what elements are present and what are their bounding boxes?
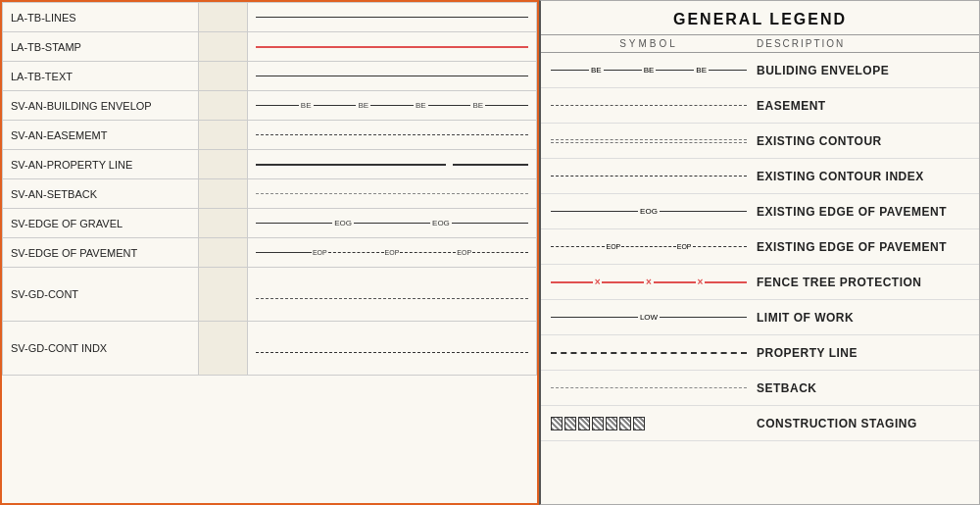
legend-description: FENCE TREE PROTECTION (757, 276, 979, 289)
legend-row: PROPERTY LINE (541, 335, 979, 371)
legend-description: EXISTING EDGE OF PAVEMENT (757, 205, 979, 219)
legend-row: LOW LIMIT OF WORK (541, 300, 979, 335)
legend-row: EOP EOP EXISTING EDGE OF PAVEMENT (541, 229, 979, 265)
legend-header: SYMBOL DESCRIPTION (541, 35, 979, 53)
layer-color (199, 91, 248, 121)
legend-symbol: × × × (541, 277, 757, 287)
layer-name: SV-GD-CONT (3, 268, 199, 322)
legend-row: EASEMENT (541, 88, 979, 124)
legend-row: SETBACK (541, 371, 979, 406)
legend-description: EXISTING EDGE OF PAVEMENT (757, 240, 979, 254)
table-row: SV-GD-CONT INDX (3, 322, 537, 376)
layer-line-style: EOP EOP EOP (248, 238, 537, 268)
legend-symbol (541, 417, 757, 430)
legend-description: LIMIT OF WORK (757, 311, 979, 325)
table-row: SV-EDGE OF PAVEMENT EOP EOP EOP (3, 238, 537, 268)
layer-line-style (248, 150, 537, 179)
table-row: SV-AN-SETBACK (3, 179, 537, 209)
table-row: LA-TB-LINES (3, 3, 537, 32)
legend-symbol (541, 352, 757, 354)
legend-panel: GENERAL LEGEND SYMBOL DESCRIPTION BE BE … (539, 0, 980, 505)
table-row: SV-AN-PROPERTY LINE (3, 150, 537, 179)
legend-description: EASEMENT (757, 99, 979, 113)
layer-color (199, 322, 248, 376)
legend-row: BE BE BE BULIDING ENVELOPE (541, 53, 979, 88)
layer-line-style (248, 179, 537, 209)
table-row: LA-TB-TEXT (3, 62, 537, 91)
layer-color (199, 32, 248, 62)
layer-line-style (248, 32, 537, 62)
layer-line-style (248, 62, 537, 91)
layer-name: SV-EDGE OF GRAVEL (3, 209, 199, 238)
layer-name: SV-GD-CONT INDX (3, 322, 199, 376)
left-panel: LA-TB-LINESLA-TB-STAMPLA-TB-TEXTSV-AN-BU… (0, 0, 539, 505)
table-row: SV-GD-CONT (3, 268, 537, 322)
legend-symbol: EOG (541, 207, 757, 216)
legend-description: EXISTING CONTOUR (757, 134, 979, 148)
legend-description: EXISTING CONTOUR INDEX (757, 170, 979, 183)
layer-name: SV-AN-PROPERTY LINE (3, 150, 199, 179)
legend-row: × × × FENCE TREE PROTECTION (541, 265, 979, 300)
table-row: SV-AN-EASEMEMT (3, 121, 537, 150)
layer-color (199, 121, 248, 150)
legend-symbol: LOW (541, 313, 757, 322)
legend-symbol: BE BE BE (541, 66, 757, 75)
layer-color (199, 209, 248, 238)
layer-name: SV-AN-BUILDING ENVELOP (3, 91, 199, 121)
layer-color (199, 150, 248, 179)
table-row: SV-EDGE OF GRAVEL EOG EOG (3, 209, 537, 238)
layer-color (199, 238, 248, 268)
legend-row: CONSTRUCTION STAGING (541, 406, 979, 441)
layer-name: LA-TB-TEXT (3, 62, 199, 91)
legend-description: BULIDING ENVELOPE (757, 64, 979, 77)
legend-description: CONSTRUCTION STAGING (757, 417, 979, 430)
layer-color (199, 268, 248, 322)
legend-description: PROPERTY LINE (757, 346, 979, 360)
table-row: LA-TB-STAMP (3, 32, 537, 62)
layer-line-style (248, 322, 537, 376)
legend-row: EXISTING CONTOUR (541, 124, 979, 159)
layer-name: SV-AN-EASEMEMT (3, 121, 199, 150)
layer-color (199, 179, 248, 209)
legend-symbol (541, 105, 757, 106)
legend-symbol (541, 139, 757, 143)
legend-description: SETBACK (757, 381, 979, 395)
legend-title: GENERAL LEGEND (541, 1, 979, 35)
layer-name: SV-AN-SETBACK (3, 179, 199, 209)
layer-name: LA-TB-STAMP (3, 32, 199, 62)
legend-row: EOG EXISTING EDGE OF PAVEMENT (541, 194, 979, 229)
layer-color (199, 3, 248, 32)
legend-symbol (541, 387, 757, 388)
layer-line-style: EOG EOG (248, 209, 537, 238)
layer-line-style: BE BE BE BE (248, 91, 537, 121)
layer-line-style (248, 121, 537, 150)
legend-header-symbol: SYMBOL (541, 38, 757, 49)
legend-symbol: EOP EOP (541, 243, 757, 250)
layer-color (199, 62, 248, 91)
layer-name: SV-EDGE OF PAVEMENT (3, 238, 199, 268)
layer-line-style (248, 3, 537, 32)
table-row: SV-AN-BUILDING ENVELOP BE BE BE BE (3, 91, 537, 121)
layer-name: LA-TB-LINES (3, 3, 199, 32)
legend-row: EXISTING CONTOUR INDEX (541, 159, 979, 194)
legend-header-description: DESCRIPTION (757, 38, 979, 49)
legend-symbol (541, 176, 757, 177)
layer-line-style (248, 268, 537, 322)
legend-rows: BE BE BE BULIDING ENVELOPEEASEMENTEXISTI… (541, 53, 979, 441)
layer-table: LA-TB-LINESLA-TB-STAMPLA-TB-TEXTSV-AN-BU… (2, 2, 537, 376)
